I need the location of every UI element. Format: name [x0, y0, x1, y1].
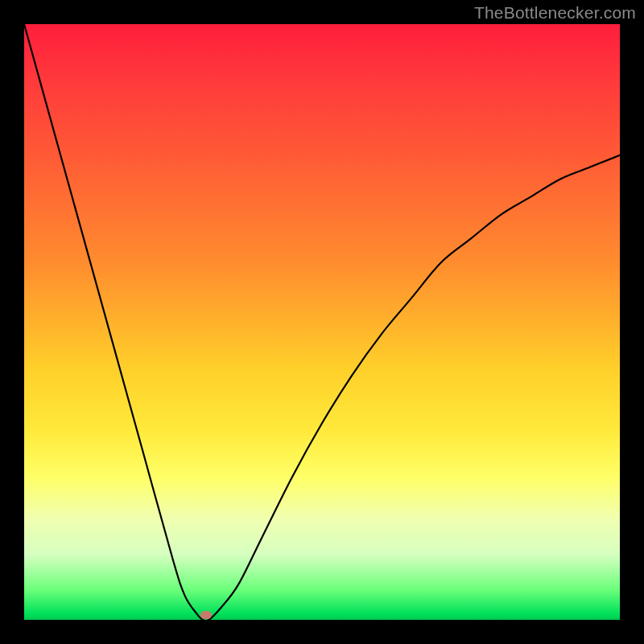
bottleneck-curve — [24, 24, 620, 620]
chart-frame: TheBottlenecker.com — [0, 0, 644, 644]
plot-area — [24, 24, 620, 620]
optimal-marker — [200, 611, 212, 619]
watermark-text: TheBottlenecker.com — [474, 3, 636, 23]
